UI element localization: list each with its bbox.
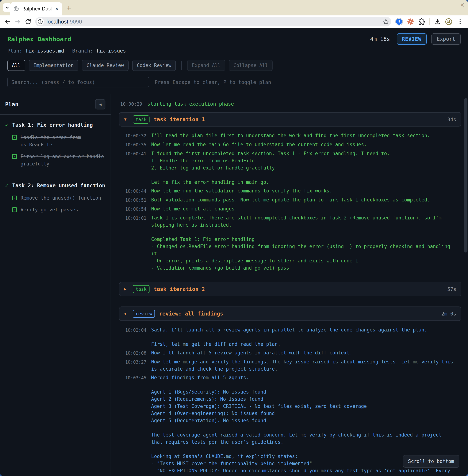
log-entry: 10:00:32 I'll read the plan file first t…: [122, 132, 461, 140]
collapse-arrow-icon: ◀: [99, 102, 101, 107]
elapsed-time: 4m 18s: [370, 36, 390, 42]
list-item: ✓ Either log and exit or handle graceful…: [12, 153, 105, 168]
filter-claude-review-button[interactable]: Claude Review: [82, 60, 129, 71]
plan-branch-row: Plan: fix-issues.md Branch: fix-issues: [0, 45, 468, 54]
back-icon[interactable]: [3, 17, 12, 26]
expand-all-button[interactable]: Expand All: [187, 60, 225, 71]
task-section-1: ✓ Task 1: Fix error handling ✓ Handle th…: [5, 122, 105, 175]
url-host: localhost:: [46, 18, 70, 25]
log-timestamp: 10:02:04: [122, 326, 146, 334]
reload-icon[interactable]: [24, 17, 32, 26]
filter-separator: [181, 61, 182, 70]
browser-window: Ralphex Dashboard - fi × + × localhost:9…: [0, 0, 468, 476]
password-manager-icon[interactable]: [395, 18, 403, 26]
browser-toolbar: localhost:9090: [0, 15, 468, 28]
tab-strip: Ralphex Dashboard - fi × + ×: [0, 0, 468, 15]
search-input[interactable]: [7, 77, 149, 87]
extensions-puzzle-icon[interactable]: [418, 18, 426, 26]
log-text: Now let me commit all changes.: [151, 205, 454, 213]
log-text: Now let me merge and verify the findings…: [151, 358, 454, 373]
filter-codex-review-button[interactable]: Codex Review: [132, 60, 176, 71]
panel-review-all-findings[interactable]: ▼ review review: all findings 2m 0s: [119, 306, 461, 321]
task-badge: task: [133, 115, 149, 124]
log-timestamp: 10:02:08: [122, 349, 146, 357]
panel-expanded-arrow-icon[interactable]: ▼: [124, 311, 129, 316]
log-entry: 10:00:41 I found the first uncompleted t…: [122, 150, 461, 186]
page-scrollbar-thumb[interactable]: [464, 98, 468, 253]
url-port: 9090: [70, 18, 82, 25]
log-timestamp: 10:01:01: [122, 214, 146, 222]
task-2-items: ✓ Remove the unused() function ✓ Verify …: [12, 194, 105, 213]
panel-title: review: all findings: [159, 311, 223, 317]
task-badge: task: [133, 285, 149, 293]
toolbar-separator: [429, 18, 430, 25]
filter-all-button[interactable]: All: [7, 60, 25, 71]
panel-duration: 57s: [447, 286, 456, 292]
log-timestamp: 10:00:32: [122, 132, 146, 140]
task-2-title: Task 2: Remove unused function: [12, 182, 105, 189]
log-text: Both validation commands pass. Now let m…: [151, 196, 454, 203]
site-info-icon[interactable]: [37, 18, 44, 25]
list-item: ✓ Verify go vet passes: [12, 206, 105, 213]
log-text: I found the first uncompleted task secti…: [151, 150, 454, 186]
tab-title: Ralphex Dashboard - fi: [21, 6, 52, 12]
log-text: I'll read the plan file first to underst…: [151, 132, 454, 139]
review-button[interactable]: REVIEW: [397, 33, 427, 45]
log-intro-line: 10:00:29 starting task execution phase: [120, 101, 461, 107]
log-text: Now I'll launch all 5 review agents in p…: [151, 349, 454, 357]
claude-extension-icon[interactable]: [407, 18, 414, 26]
log-entry: 10:02:04 Sasha, I'll launch all 5 review…: [122, 326, 461, 348]
panel-expanded-arrow-icon[interactable]: ▼: [124, 117, 129, 122]
toolbar-extension-area: [395, 18, 465, 26]
log-timestamp: 10:00:29: [120, 101, 142, 107]
new-tab-button[interactable]: +: [67, 4, 71, 12]
log-timestamp: 10:00:41: [122, 150, 146, 158]
branch-value: fix-issues: [96, 48, 126, 54]
task-section-2: ✓ Task 2: Remove unused function ✓ Remov…: [5, 182, 105, 213]
review-badge: review: [133, 310, 155, 318]
collapse-all-button[interactable]: Collapse All: [229, 60, 273, 71]
checkbox-checked-icon[interactable]: ✓: [12, 154, 17, 159]
checkbox-checked-icon[interactable]: ✓: [12, 207, 17, 212]
log-timestamp: 10:00:51: [122, 196, 146, 204]
panel-task-iteration-1-content: 10:00:32 I'll read the plan file first t…: [122, 129, 461, 272]
sidebar-divider: [0, 114, 111, 115]
log-timestamp: 10:03:45: [122, 374, 146, 382]
task-item-label: Handle the error from os.ReadFile: [21, 134, 105, 148]
scroll-to-bottom-button[interactable]: Scroll to bottom: [403, 455, 459, 468]
log-text: Sasha, I'll launch all 5 review agents i…: [151, 326, 454, 348]
export-button[interactable]: Export: [431, 33, 461, 45]
log-entry: 10:00:54 Now let me commit all changes.: [122, 205, 461, 213]
downloads-icon[interactable]: [434, 18, 441, 26]
panel-review-content: 10:02:04 Sasha, I'll launch all 5 review…: [122, 323, 461, 474]
browser-tab[interactable]: Ralphex Dashboard - fi ×: [10, 2, 62, 15]
log-text: Task 1 is complete. There are still unco…: [151, 214, 454, 272]
checkbox-checked-icon[interactable]: ✓: [12, 196, 17, 200]
panel-task-iteration-1[interactable]: ▼ task task iteration 1 34s: [119, 112, 461, 127]
profile-icon[interactable]: [445, 18, 453, 26]
plan-info: Plan: fix-issues.md: [7, 48, 64, 54]
forward-icon[interactable]: [14, 17, 22, 26]
sidebar-collapse-button[interactable]: ◀: [95, 99, 105, 109]
task-complete-check-icon: ✓: [5, 122, 8, 129]
log-text: Now let me run the validation commands t…: [151, 187, 454, 194]
log-timestamp: 10:03:27: [122, 358, 146, 366]
panel-task-iteration-2[interactable]: ▶ task task iteration 2 57s: [119, 282, 461, 296]
page-title: Ralphex Dashboard: [7, 35, 71, 43]
menu-kebab-icon[interactable]: [456, 18, 464, 26]
log-entry: 10:01:01 Task 1 is complete. There are s…: [122, 214, 461, 272]
sidebar-title: Plan: [5, 101, 18, 108]
window-close-icon[interactable]: ×: [460, 1, 464, 8]
panel-title: task iteration 1: [154, 116, 205, 122]
branch-info: Branch: fix-issues: [72, 48, 126, 54]
tab-close-icon[interactable]: ×: [54, 6, 59, 12]
log-timestamp: 10:00:54: [122, 205, 146, 213]
bookmark-star-icon[interactable]: [382, 18, 390, 26]
task-item-label: Remove the unused() function: [21, 194, 105, 202]
address-bar[interactable]: localhost:9090: [35, 17, 391, 27]
task-divider: [5, 175, 105, 175]
checkbox-checked-icon[interactable]: ✓: [12, 135, 17, 140]
filter-implementation-button[interactable]: Implementation: [29, 60, 78, 71]
panel-collapsed-arrow-icon[interactable]: ▶: [124, 287, 129, 291]
log-timestamp: 10:00:44: [122, 187, 146, 195]
